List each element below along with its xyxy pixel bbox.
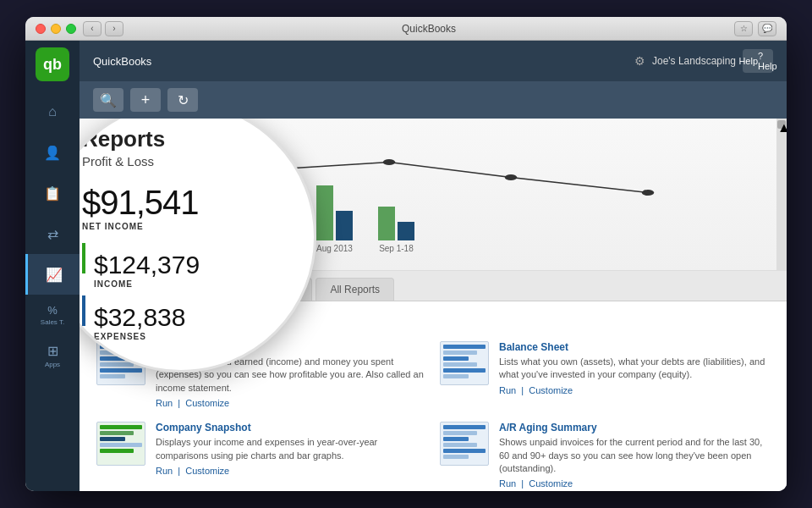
income-label: INCOME bbox=[94, 279, 200, 289]
qb-logo: qb bbox=[36, 47, 69, 81]
report-actions-balance-sheet: Run | Customize bbox=[499, 385, 770, 395]
app-name-label: QuickBooks bbox=[93, 55, 151, 68]
add-button[interactable]: + bbox=[130, 88, 161, 112]
report-name-ar-aging: A/R Aging Summary bbox=[499, 422, 770, 433]
run-balance-sheet[interactable]: Run bbox=[499, 385, 516, 395]
customize-company-snapshot[interactable]: Customize bbox=[185, 466, 229, 476]
bar-income-sep bbox=[378, 207, 395, 240]
sidebar-item-customers[interactable]: 👤 bbox=[25, 132, 80, 173]
search-icon: 🔍 bbox=[100, 92, 117, 108]
toolbar-actions: ⚙ Joe's Landscaping Help ? Help bbox=[634, 49, 773, 73]
chart-label-aug: Aug 2013 bbox=[316, 244, 353, 253]
report-item-balance-sheet: Balance Sheet Lists what you own (assets… bbox=[440, 341, 770, 408]
report-info-balance-sheet: Balance Sheet Lists what you own (assets… bbox=[499, 341, 770, 395]
close-button[interactable] bbox=[36, 24, 46, 34]
bar-expense-sep bbox=[398, 222, 414, 240]
maximize-button[interactable] bbox=[66, 24, 76, 34]
home-icon: ⌂ bbox=[48, 104, 57, 119]
report-thumb-company-snapshot bbox=[96, 422, 145, 466]
sidebar-item-reports[interactable]: 📈 bbox=[25, 254, 80, 295]
run-profit-loss[interactable]: Run bbox=[156, 398, 173, 408]
salestax-label: Sales T. bbox=[41, 318, 64, 326]
report-info-company-snapshot: Company Snapshot Displays your income an… bbox=[156, 422, 426, 476]
company-selector[interactable]: Joe's Landscaping bbox=[652, 55, 736, 67]
svg-point-3 bbox=[505, 174, 517, 180]
search-button[interactable]: 🔍 bbox=[93, 88, 123, 112]
tab-all[interactable]: All Reports bbox=[315, 278, 394, 301]
income-amount: $124,379 bbox=[94, 251, 200, 279]
expense-amount: $32,838 bbox=[94, 303, 185, 332]
back-button[interactable]: ‹ bbox=[83, 21, 102, 36]
customize-profit-loss[interactable]: Customize bbox=[185, 398, 229, 408]
expense-label: EXPENSES bbox=[94, 332, 185, 341]
report-item-ar-aging: A/R Aging Summary Shows unpaid invoices … bbox=[440, 422, 770, 489]
net-income-amount: $91,541 bbox=[82, 184, 288, 222]
sidebar: qb ⌂ 👤 📋 ⇄ 📈 % Sales T. ⊞ A bbox=[25, 41, 80, 491]
report-desc-company-snapshot: Displays your income and expenses in yea… bbox=[156, 436, 426, 462]
main-area: QuickBooks ⚙ Joe's Landscaping Help ? He… bbox=[80, 41, 787, 491]
customers-icon: 👤 bbox=[44, 145, 61, 161]
report-thumb-balance-sheet bbox=[440, 341, 489, 385]
add-icon: + bbox=[141, 91, 151, 109]
bar-expense-aug bbox=[336, 211, 353, 240]
report-desc-ar-aging: Shows unpaid invoices for the current pe… bbox=[499, 436, 770, 475]
sub-toolbar: 🔍 + ↻ bbox=[80, 81, 787, 119]
refresh-button[interactable]: ↻ bbox=[167, 88, 198, 112]
chat-button[interactable]: 💬 bbox=[758, 21, 776, 36]
top-toolbar: QuickBooks ⚙ Joe's Landscaping Help ? He… bbox=[80, 41, 787, 81]
apps-label: Apps bbox=[45, 361, 60, 368]
sidebar-item-vendors[interactable]: 📋 bbox=[25, 173, 80, 213]
net-income-label: NET INCOME bbox=[82, 222, 288, 231]
report-name-company-snapshot: Company Snapshot bbox=[156, 422, 426, 433]
apps-icon: ⊞ bbox=[47, 343, 58, 359]
customize-balance-sheet[interactable]: Customize bbox=[529, 385, 573, 395]
scroll-up-button[interactable]: ▲ bbox=[777, 120, 786, 129]
svg-point-2 bbox=[383, 159, 395, 165]
magnify-content: Reports Profit & Loss $91,541 NET INCOME… bbox=[82, 126, 288, 348]
report-info-ar-aging: A/R Aging Summary Shows unpaid invoices … bbox=[499, 422, 770, 489]
report-area: Reports Profit & Loss $91,541 NET INCOME… bbox=[80, 119, 787, 491]
report-thumb-ar-aging bbox=[440, 422, 489, 466]
minimize-button[interactable] bbox=[51, 24, 61, 34]
toolbar-left: QuickBooks bbox=[93, 55, 151, 68]
run-company-snapshot[interactable]: Run bbox=[156, 466, 173, 476]
page-title: Reports bbox=[82, 126, 288, 152]
help-button[interactable]: Help ? Help bbox=[743, 49, 773, 73]
title-bar: ‹ › QuickBooks ☆ 💬 bbox=[25, 17, 787, 41]
income-row: $124,379 INCOME bbox=[82, 243, 288, 289]
transactions-icon: ⇄ bbox=[47, 226, 58, 242]
settings-icon[interactable]: ⚙ bbox=[634, 54, 645, 68]
run-ar-aging[interactable]: Run bbox=[499, 478, 516, 489]
traffic-lights bbox=[36, 24, 76, 34]
bookmark-button[interactable]: ☆ bbox=[734, 21, 753, 36]
help-icon: Help bbox=[738, 56, 758, 66]
report-item-company-snapshot: Company Snapshot Displays your income an… bbox=[96, 422, 426, 489]
page-subtitle: Profit & Loss bbox=[82, 154, 288, 168]
forward-button[interactable]: › bbox=[105, 21, 123, 36]
chart-group-sep: Sep 1-18 bbox=[378, 207, 414, 253]
refresh-icon: ↻ bbox=[178, 92, 189, 108]
report-desc-balance-sheet: Lists what you own (assets), what your d… bbox=[499, 356, 770, 382]
sidebar-item-apps[interactable]: ⊞ Apps bbox=[25, 335, 80, 376]
company-name: Joe's Landscaping bbox=[652, 55, 736, 67]
reports-icon: 📈 bbox=[46, 267, 63, 283]
vendors-icon: 📋 bbox=[44, 185, 61, 202]
window-title: QuickBooks bbox=[123, 23, 734, 35]
chart-label-sep: Sep 1-18 bbox=[379, 244, 414, 253]
svg-point-4 bbox=[642, 190, 654, 196]
report-actions-company-snapshot: Run | Customize bbox=[156, 466, 426, 476]
income-bar-indicator bbox=[82, 243, 85, 273]
salestax-icon: % bbox=[47, 304, 58, 317]
sidebar-item-home[interactable]: ⌂ bbox=[25, 91, 80, 132]
report-name-balance-sheet: Balance Sheet bbox=[499, 341, 770, 353]
expense-bar-indicator bbox=[82, 295, 85, 326]
report-actions-profit-loss: Run | Customize bbox=[156, 398, 426, 408]
app-content: qb ⌂ 👤 📋 ⇄ 📈 % Sales T. ⊞ A bbox=[25, 41, 787, 491]
sidebar-item-salestax[interactable]: % Sales T. bbox=[25, 295, 80, 335]
mac-window: ‹ › QuickBooks ☆ 💬 qb ⌂ 👤 📋 ⇄ bbox=[25, 17, 787, 491]
report-actions-ar-aging: Run | Customize bbox=[499, 478, 770, 489]
sidebar-item-transactions[interactable]: ⇄ bbox=[25, 213, 80, 254]
customize-ar-aging[interactable]: Customize bbox=[529, 478, 573, 489]
expense-row: $32,838 EXPENSES bbox=[82, 295, 288, 341]
